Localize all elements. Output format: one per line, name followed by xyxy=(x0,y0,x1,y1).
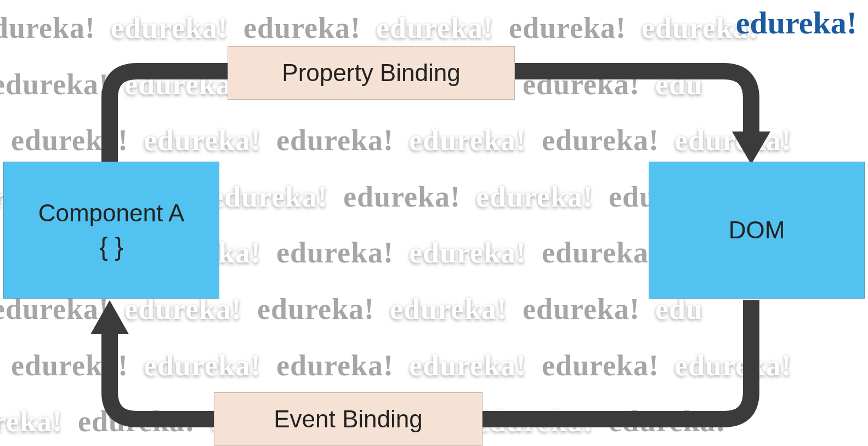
diagram: edureka! Component A { } DOM Property Bi… xyxy=(0,0,868,446)
event-binding-text: Event Binding xyxy=(274,405,423,433)
arrowhead-left-icon xyxy=(90,300,129,334)
component-box: Component A { } xyxy=(3,162,219,299)
property-binding-text: Property Binding xyxy=(282,59,460,87)
arrowhead-right-icon xyxy=(732,131,770,164)
property-binding-label: Property Binding xyxy=(228,46,515,100)
dom-box: DOM xyxy=(649,162,865,299)
component-box-title: Component A xyxy=(38,198,185,228)
dom-box-title: DOM xyxy=(729,216,785,244)
event-binding-label: Event Binding xyxy=(214,392,483,446)
component-box-braces: { } xyxy=(99,231,123,263)
brand-logo: edureka! xyxy=(736,4,857,41)
